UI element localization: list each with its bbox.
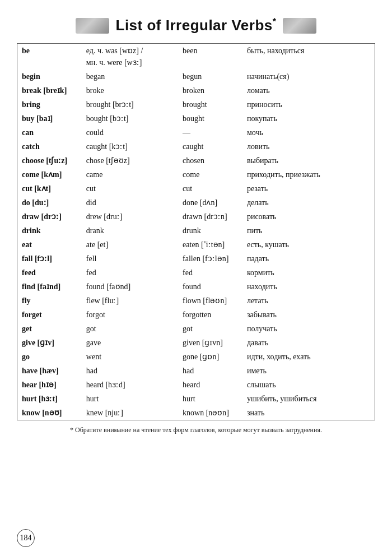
verb-translation: слышать xyxy=(242,378,375,392)
verb-past-simple: gave xyxy=(82,336,178,350)
verb-base: know [nəʊ] xyxy=(17,406,82,420)
verb-translation: выбирать xyxy=(242,154,375,168)
table-row: eatate [et]eaten [ˈiːtən]есть, кушать xyxy=(17,238,375,252)
table-row: choose [tʃuːz]chose [tʃəʊz]chosenвыбират… xyxy=(17,154,375,168)
verb-past-participle: drunk xyxy=(178,224,242,238)
verb-past-participle: heard xyxy=(178,378,242,392)
table-row: getgotgotполучать xyxy=(17,322,375,336)
verb-base: catch xyxy=(17,140,82,154)
verb-translation: приносить xyxy=(242,98,375,112)
verb-base: hurt [hɜːt] xyxy=(17,392,82,406)
verb-past-simple: forgot xyxy=(82,308,178,322)
verb-past-simple: cut xyxy=(82,182,178,196)
table-row: give [ɡɪv]gavegiven [ɡɪvn]давать xyxy=(17,336,375,350)
verb-translation: летать xyxy=(242,294,375,308)
verb-base: feed xyxy=(17,266,82,280)
verb-past-participle: bought xyxy=(178,112,242,126)
verb-past-simple: chose [tʃəʊz] xyxy=(82,154,178,168)
verb-past-simple: had xyxy=(82,364,178,378)
verb-translation: делать xyxy=(242,196,375,210)
verb-past-participle: come xyxy=(178,168,242,182)
verb-past-simple: did xyxy=(82,196,178,210)
title-decoration-left xyxy=(76,18,109,34)
verb-base: give [ɡɪv] xyxy=(17,336,82,350)
table-row: fall [fɔːl]fellfallen [fɔːlən]падать xyxy=(17,252,375,266)
verb-past-simple: drew [druː] xyxy=(82,210,178,224)
table-row: beед. ч. was [wɒz] /мн. ч. were [wɜː]bee… xyxy=(17,44,375,70)
table-row: hurt [hɜːt]hurthurtушибить, ушибиться xyxy=(17,392,375,406)
verb-translation: забывать xyxy=(242,308,375,322)
verbs-table: beед. ч. was [wɒz] /мн. ч. were [wɜː]bee… xyxy=(17,44,375,420)
verb-past-participle: broken xyxy=(178,84,242,98)
verb-past-participle: fed xyxy=(178,266,242,280)
verb-past-simple: went xyxy=(82,350,178,364)
verb-base: can xyxy=(17,126,82,140)
table-row: draw [drɔː]drew [druː]drawn [drɔːn]рисов… xyxy=(17,210,375,224)
verb-past-simple: brought [brɔːt] xyxy=(82,98,178,112)
footnote: * Обратите внимание на чтение тех форм г… xyxy=(17,426,375,434)
verb-past-participle: had xyxy=(178,364,242,378)
verb-base: be xyxy=(17,44,82,70)
verb-base: hear [hɪə] xyxy=(17,378,82,392)
verb-translation: начинать(ся) xyxy=(242,70,375,84)
verb-past-participle: done [dʌn] xyxy=(178,196,242,210)
table-row: drinkdrankdrunkпить xyxy=(17,224,375,238)
verb-translation: есть, кушать xyxy=(242,238,375,252)
verb-past-simple: ед. ч. was [wɒz] /мн. ч. were [wɜː] xyxy=(82,44,178,70)
verb-base: forget xyxy=(17,308,82,322)
verb-translation: падать xyxy=(242,252,375,266)
verb-past-participle: been xyxy=(178,44,242,70)
verb-past-participle: forgotten xyxy=(178,308,242,322)
table-row: do [duː]diddone [dʌn]делать xyxy=(17,196,375,210)
verb-past-participle: eaten [ˈiːtən] xyxy=(178,238,242,252)
table-row: forgetforgotforgottenзабывать xyxy=(17,308,375,322)
verb-past-participle: known [nəʊn] xyxy=(178,406,242,420)
verb-translation: рисовать xyxy=(242,210,375,224)
table-row: catchcaught [kɔːt]caughtловить xyxy=(17,140,375,154)
verb-past-simple: hurt xyxy=(82,392,178,406)
page-number: 184 xyxy=(17,529,35,547)
verb-base: have [hæv] xyxy=(17,364,82,378)
verb-base: begin xyxy=(17,70,82,84)
verb-past-simple: bought [bɔːt] xyxy=(82,112,178,126)
table-row: cancould—мочь xyxy=(17,126,375,140)
table-row: hear [hɪə]heard [hɜːd]heardслышать xyxy=(17,378,375,392)
verb-past-participle: drawn [drɔːn] xyxy=(178,210,242,224)
title-area: List of Irregular Verbs* xyxy=(17,17,375,34)
table-row: beginbeganbegunначинать(ся) xyxy=(17,70,375,84)
verb-past-participle: gone [ɡɒn] xyxy=(178,350,242,364)
table-row: bringbrought [brɔːt]broughtприносить xyxy=(17,98,375,112)
verb-base: come [kʌm] xyxy=(17,168,82,182)
title-decoration-right xyxy=(283,18,316,34)
verb-past-participle: chosen xyxy=(178,154,242,168)
table-row: cut [kʌt]cutcutрезать xyxy=(17,182,375,196)
verb-past-participle: begun xyxy=(178,70,242,84)
verb-past-participle: brought xyxy=(178,98,242,112)
verb-base: choose [tʃuːz] xyxy=(17,154,82,168)
verb-translation: покупать xyxy=(242,112,375,126)
verb-past-simple: broke xyxy=(82,84,178,98)
verb-base: get xyxy=(17,322,82,336)
verb-past-simple: knew [njuː] xyxy=(82,406,178,420)
verb-past-simple: ate [et] xyxy=(82,238,178,252)
verb-base: cut [kʌt] xyxy=(17,182,82,196)
verb-translation: идти, ходить, ехать xyxy=(242,350,375,364)
verb-translation: мочь xyxy=(242,126,375,140)
table-row: come [kʌm]camecomeприходить, приезжать xyxy=(17,168,375,182)
verb-base: do [duː] xyxy=(17,196,82,210)
verb-past-simple: drank xyxy=(82,224,178,238)
verb-past-simple: heard [hɜːd] xyxy=(82,378,178,392)
table-row: feedfedfedкормить xyxy=(17,266,375,280)
verb-translation: приходить, приезжать xyxy=(242,168,375,182)
verb-base: draw [drɔː] xyxy=(17,210,82,224)
table-row: gowentgone [ɡɒn]идти, ходить, ехать xyxy=(17,350,375,364)
verb-translation: резать xyxy=(242,182,375,196)
verb-past-simple: began xyxy=(82,70,178,84)
verb-translation: давать xyxy=(242,336,375,350)
verb-past-simple: came xyxy=(82,168,178,182)
verb-base: buy [baɪ] xyxy=(17,112,82,126)
verb-past-simple: got xyxy=(82,322,178,336)
verb-past-simple: could xyxy=(82,126,178,140)
verbs-table-wrapper: beед. ч. was [wɒz] /мн. ч. were [wɜː]bee… xyxy=(17,43,375,420)
verb-translation: ловить xyxy=(242,140,375,154)
